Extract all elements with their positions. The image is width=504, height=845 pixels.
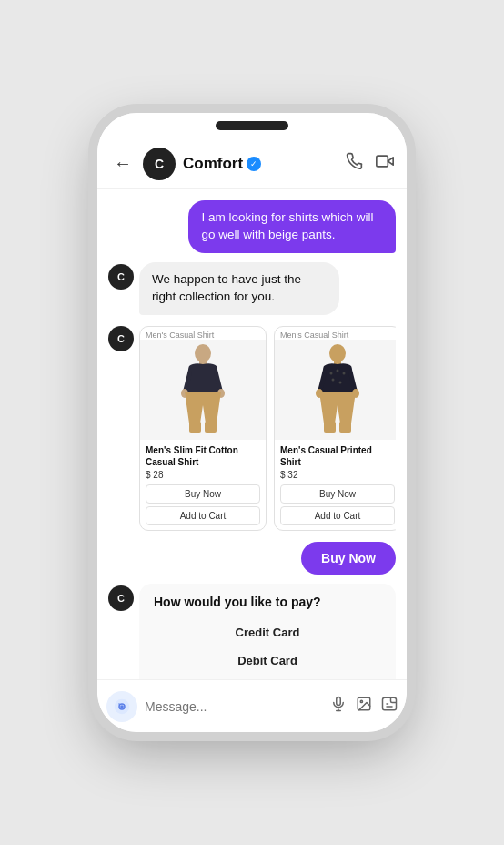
- input-right-icons: [330, 696, 398, 717]
- buy-now-btn-2[interactable]: Buy Now: [280, 484, 395, 504]
- avatar: C: [143, 148, 176, 180]
- verified-badge: ✓: [247, 157, 261, 171]
- svg-point-25: [120, 705, 124, 708]
- svg-point-8: [329, 344, 346, 362]
- payment-credit-card[interactable]: Credit Card: [154, 618, 381, 646]
- svg-rect-26: [118, 703, 120, 705]
- payment-card: How would you like to pay? Credit Card D…: [139, 584, 396, 679]
- header: ← C Comfort ✓: [97, 138, 407, 189]
- product-price-2: $ 32: [280, 470, 395, 480]
- status-bar: [97, 113, 407, 138]
- svg-rect-6: [189, 422, 201, 433]
- product-info-2: Men's Casual Printed Shirt $ 32 Buy Now …: [275, 440, 396, 530]
- add-to-cart-btn-2[interactable]: Add to Cart: [280, 506, 395, 525]
- add-to-cart-btn-1[interactable]: Add to Cart: [146, 506, 260, 525]
- product-image-1: [140, 340, 266, 440]
- product-cards-row-wrapper: C Men's Casual Shirt: [108, 324, 396, 533]
- camera-button[interactable]: [106, 691, 137, 722]
- payment-title: How would you like to pay?: [154, 595, 381, 609]
- back-button[interactable]: ←: [110, 149, 136, 178]
- product-card-1: Men's Casual Shirt: [139, 326, 267, 531]
- payment-debit-card[interactable]: Debit Card: [154, 646, 381, 675]
- bot-message: We happen to have just the right collect…: [139, 262, 339, 315]
- svg-rect-18: [339, 422, 351, 433]
- payment-row: C How would you like to pay? Credit Card…: [108, 584, 396, 679]
- svg-point-11: [337, 370, 339, 372]
- product-cards-wrapper[interactable]: Men's Casual Shirt: [139, 324, 396, 533]
- contact-name: Comfort: [183, 155, 243, 173]
- product-name-2: Men's Casual Printed Shirt: [280, 444, 395, 468]
- svg-point-14: [339, 382, 342, 384]
- phone-frame: ← C Comfort ✓ I am looking for shirts wh…: [97, 113, 407, 732]
- bot-avatar-2: C: [108, 326, 134, 351]
- svg-point-13: [332, 379, 335, 382]
- svg-rect-1: [377, 156, 388, 167]
- svg-point-31: [360, 700, 362, 702]
- bot-response-row: C We happen to have just the right colle…: [108, 262, 396, 315]
- mic-icon[interactable]: [330, 696, 347, 717]
- svg-point-10: [330, 372, 333, 375]
- svg-point-12: [343, 372, 346, 375]
- payment-content: How would you like to pay? Credit Card D…: [139, 584, 396, 679]
- product-price-1: $ 28: [146, 470, 260, 480]
- product-info-1: Men's Slim Fit Cotton Casual Shirt $ 28 …: [140, 440, 266, 530]
- sticker-icon[interactable]: [381, 696, 398, 717]
- svg-point-2: [195, 344, 211, 362]
- product-cards-row: Men's Casual Shirt: [139, 324, 396, 533]
- product-card-2: Men's Casual Shirt: [274, 326, 396, 531]
- header-icons: [345, 152, 394, 175]
- status-bar-pill: [216, 121, 288, 130]
- svg-rect-17: [324, 422, 336, 433]
- message-input[interactable]: [145, 699, 323, 714]
- bot-avatar: C: [108, 264, 134, 290]
- phone-icon[interactable]: [345, 152, 363, 175]
- product-name-1: Men's Slim Fit Cotton Casual Shirt: [146, 444, 260, 468]
- svg-rect-7: [205, 422, 217, 433]
- bot-content: We happen to have just the right collect…: [139, 262, 396, 315]
- product-category-2: Men's Casual Shirt: [275, 327, 396, 340]
- input-bar: [97, 679, 407, 732]
- bot-avatar-3: C: [108, 585, 134, 611]
- header-name-row: Comfort ✓: [183, 155, 338, 173]
- buy-now-btn-1[interactable]: Buy Now: [146, 484, 260, 504]
- chat-area: I am looking for shirts which will go we…: [97, 189, 407, 679]
- product-image-2: [275, 340, 396, 440]
- svg-marker-0: [388, 158, 393, 165]
- video-icon[interactable]: [376, 152, 394, 175]
- buy-now-sent[interactable]: Buy Now: [301, 542, 396, 575]
- svg-rect-32: [383, 697, 397, 710]
- svg-rect-27: [337, 697, 341, 706]
- sent-message: I am looking for shirts which will go we…: [188, 200, 396, 253]
- image-icon[interactable]: [356, 696, 372, 717]
- product-category-1: Men's Casual Shirt: [140, 327, 266, 340]
